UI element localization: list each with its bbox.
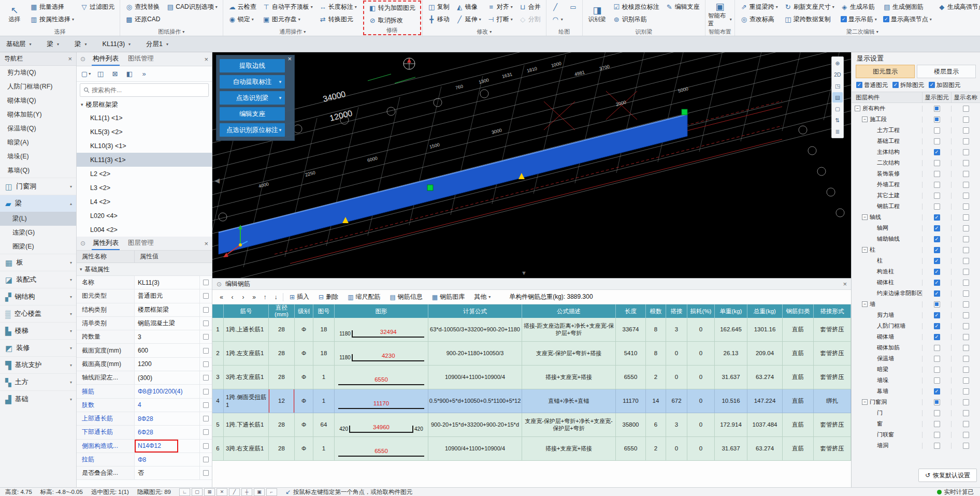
show-name-checkbox[interactable]	[963, 116, 969, 123]
attach-checkbox[interactable]	[203, 293, 209, 299]
component-item-5[interactable]: L3 <2>	[77, 181, 212, 195]
topbar-dropdown-3[interactable]: KL11(3)▾	[103, 40, 131, 48]
show-name-checkbox[interactable]	[963, 149, 969, 155]
display-filter-2[interactable]: 加固图元	[929, 81, 960, 89]
rebar-row-2[interactable]: 21跨.左支座筋128Φ1811804230900-20+1180+10050/…	[212, 342, 851, 366]
show-name-checkbox[interactable]	[963, 421, 969, 427]
show-name-checkbox[interactable]	[963, 334, 969, 340]
property-value[interactable]: KL11(3)	[135, 276, 199, 289]
property-value[interactable]: 楼层框架梁	[135, 303, 199, 316]
show-name-checkbox[interactable]	[963, 269, 969, 275]
identify-button-1[interactable]: 自动提取标注▼	[220, 75, 285, 89]
attach-checkbox[interactable]	[203, 402, 209, 408]
property-value[interactable]: Φ8	[135, 453, 199, 466]
ribbon-button-beam-secondary-edit-0-0[interactable]: ⇗重提梁跨▾	[738, 1, 781, 12]
ribbon-button-select-0-1[interactable]: ▥按属性选择▾	[27, 13, 77, 25]
property-value[interactable]: 8Φ28	[135, 412, 199, 425]
view-tool-6[interactable]: ≣	[832, 126, 843, 137]
show-name-checkbox[interactable]	[963, 388, 969, 395]
rebar-nav-2[interactable]: ›	[238, 292, 248, 302]
status-tool-5[interactable]: ┼	[241, 488, 252, 496]
copy-to-other-button[interactable]: ◧	[123, 68, 136, 80]
nav-item-0[interactable]: 剪力墙(Q)	[0, 66, 76, 80]
show-name-checkbox[interactable]	[963, 138, 969, 144]
ribbon-button-identify-beam-0-0[interactable]: ☑校核原位标注	[610, 1, 662, 12]
attach-checkbox[interactable]	[203, 348, 209, 354]
attach-checkbox[interactable]	[203, 389, 209, 395]
nav-item-7[interactable]: 幕墙(Q)	[0, 164, 76, 178]
view-tool-3[interactable]: ▤	[832, 92, 843, 103]
ribbon-button-modify-3-1[interactable]: ◇分割	[516, 13, 543, 25]
delete-button[interactable]: ⊠	[109, 68, 121, 80]
display-tree-row-25[interactable]: 墙垛	[852, 375, 980, 386]
nav-section-2[interactable]: ▦板▾	[0, 254, 76, 271]
attach-checkbox[interactable]	[203, 375, 209, 381]
search-box[interactable]	[80, 83, 209, 97]
close-icon[interactable]: ×	[204, 56, 208, 63]
component-group[interactable]: ▾楼层框架梁	[77, 98, 212, 111]
ribbon-button-beam-secondary-edit-3-1[interactable]: 显示高强节点▾	[881, 13, 934, 25]
nav-section-0[interactable]: ◫门窗洞▾	[0, 178, 76, 195]
attach-checkbox[interactable]	[203, 457, 209, 462]
show-name-checkbox[interactable]	[963, 106, 969, 112]
reset-defaults-button[interactable]: ↺ 恢复默认设置	[918, 469, 977, 482]
display-tree-row-9[interactable]: 钢筋工程	[852, 201, 980, 212]
nav-section-8[interactable]: ▜基坑支护▾	[0, 356, 76, 373]
rebar-row-1[interactable]: 11跨.上通长筋128Φ1811803249463*d-10050/3+3320…	[212, 318, 851, 342]
nav-section-3[interactable]: ◪装配式▾	[0, 271, 76, 288]
component-item-3[interactable]: KL11(3) <1>	[77, 153, 212, 167]
display-tree-row-5[interactable]: 二次结构	[852, 157, 980, 168]
collapse-expander-icon[interactable]: −	[855, 106, 860, 111]
component-item-2[interactable]: KL10(3) <1>	[77, 139, 212, 153]
ribbon-button-select-1-0[interactable]: ▽过滤图元	[78, 1, 117, 12]
show-name-checkbox[interactable]	[963, 236, 969, 242]
rebar-row-4[interactable]: 41跨.侧面受扭筋112Φ1111700.5*900+5*d+10050+0.5…	[212, 389, 851, 413]
nav-section-10[interactable]: ▟基础▾	[0, 390, 76, 407]
nav-section-1[interactable]: ▰梁▴	[0, 195, 76, 212]
display-tree-row-17[interactable]: 约束边缘非阴影区	[852, 288, 980, 299]
display-tab-1[interactable]: 楼层显示	[917, 65, 976, 78]
display-tree-row-31[interactable]: 墙洞	[852, 440, 980, 451]
property-value[interactable]: N14Φ12	[135, 440, 199, 453]
attach-checkbox[interactable]	[203, 320, 209, 326]
display-tree-row-24[interactable]: 暗梁	[852, 364, 980, 375]
show-name-checkbox[interactable]	[963, 443, 969, 449]
close-icon[interactable]: ×	[843, 281, 847, 287]
collapse-arrow[interactable]: ▼	[521, 270, 527, 276]
show-element-checkbox[interactable]	[934, 193, 940, 199]
display-tree-row-12[interactable]: 辅助轴线	[852, 234, 980, 244]
close-icon[interactable]: ×	[204, 240, 208, 247]
display-tree-row-30[interactable]: 门联窗	[852, 429, 980, 440]
show-element-checkbox[interactable]	[934, 138, 940, 144]
show-element-checkbox[interactable]	[934, 388, 940, 395]
display-tree-row-1[interactable]: −施工段	[852, 114, 980, 125]
status-tool-7[interactable]: ⌐	[266, 488, 277, 496]
ribbon-button-modify-0-1[interactable]: ╋移动	[425, 13, 452, 25]
display-tree-row-23[interactable]: 保温墙	[852, 353, 980, 364]
tab-component-list-1[interactable]: 图纸管理	[127, 52, 155, 66]
attach-checkbox[interactable]	[203, 334, 209, 340]
show-element-checkbox[interactable]	[934, 280, 940, 286]
rebar-nav-5[interactable]: ↓	[271, 292, 281, 302]
rebar-toolbar-button-2[interactable]: ▥缩尺配筋	[343, 291, 384, 303]
ribbon-button-general-ops-1-1[interactable]: ▣图元存盘▾	[260, 13, 315, 25]
display-tree-row-4[interactable]: 主体结构	[852, 147, 980, 157]
rebar-nav-1[interactable]: ‹	[227, 292, 237, 302]
display-tree-row-18[interactable]: −墙	[852, 299, 980, 310]
show-name-checkbox[interactable]	[963, 356, 969, 362]
property-value[interactable]: 3	[135, 330, 199, 343]
property-value[interactable]: 4	[135, 399, 199, 412]
show-element-checkbox[interactable]	[934, 116, 940, 123]
rebar-row-3[interactable]: 33跨.右支座筋128Φ1655010900/4+1100+10900/4搭接+…	[212, 366, 851, 389]
ribbon-button-modify-3-0[interactable]: ⊔合并	[516, 1, 543, 12]
search-input[interactable]	[92, 86, 205, 94]
status-tool-6[interactable]: ▣	[254, 488, 265, 496]
show-element-checkbox[interactable]	[934, 225, 940, 231]
beam-grip-end[interactable]	[682, 109, 687, 115]
identify-button-0[interactable]: 提取边线	[220, 59, 285, 72]
component-item-6[interactable]: L4 <2>	[77, 195, 212, 209]
show-element-checkbox[interactable]	[934, 182, 940, 188]
tab-properties-1[interactable]: 图层管理	[127, 237, 155, 250]
show-name-checkbox[interactable]	[963, 323, 969, 329]
display-tree-row-19[interactable]: 剪力墙	[852, 310, 980, 320]
